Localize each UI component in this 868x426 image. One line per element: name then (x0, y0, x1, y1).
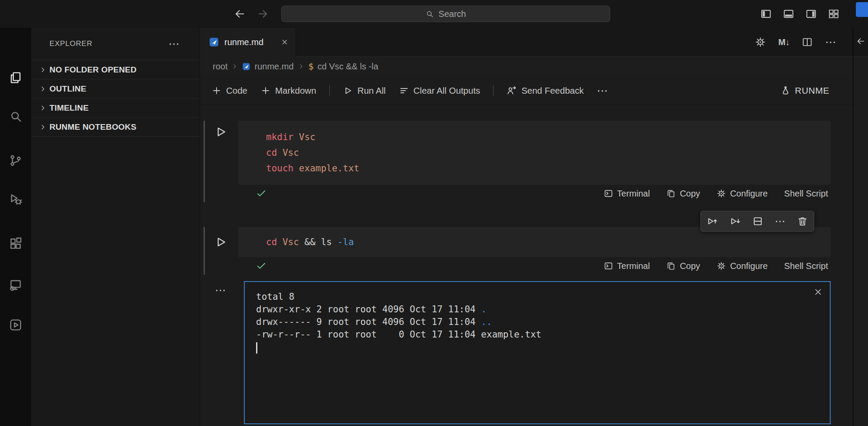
button-label: Configure (730, 189, 768, 199)
runme-brand[interactable]: RUNME (780, 85, 853, 96)
terminal-icon (604, 189, 613, 198)
breadcrumb-command[interactable]: cd Vsc && ls -la (318, 62, 378, 72)
success-check-icon (256, 260, 267, 272)
button-label: Clear All Outputs (414, 85, 480, 96)
extensions-icon[interactable] (8, 236, 23, 251)
secondary-editor-group (853, 28, 868, 426)
brand-label: RUNME (795, 85, 830, 96)
cell-1-code: mkdir Vsccd Vsctouch example.txt (266, 129, 831, 176)
runme-file-icon (209, 37, 219, 47)
run-all-button[interactable]: Run All (343, 85, 386, 96)
clear-all-outputs-button[interactable]: Clear All Outputs (399, 85, 480, 96)
nav-back-button[interactable] (233, 8, 246, 20)
language-picker[interactable]: Shell Script (784, 189, 828, 199)
runme-notebooks-icon[interactable] (8, 317, 23, 333)
toolbar-separator (329, 85, 330, 96)
cell-2-status-bar: Terminal Copy Configure Shell Script (238, 257, 831, 275)
toggle-secondary-sidebar-icon[interactable] (805, 8, 817, 20)
breadcrumb-shell-prompt: $ (309, 61, 314, 72)
gear-icon (717, 261, 726, 271)
copy-button[interactable]: Copy (666, 261, 700, 271)
configure-button[interactable]: Configure (717, 189, 768, 199)
cell-output-terminal[interactable]: total 8drwxr-xr-x 2 root root 4096 Oct 1… (244, 281, 831, 424)
run-above-icon[interactable] (707, 216, 718, 227)
plus-icon (260, 85, 271, 96)
run-below-icon[interactable] (730, 216, 741, 227)
language-label: Shell Script (784, 261, 828, 271)
section-label: NO FOLDER OPENED (49, 65, 137, 75)
copy-icon (666, 261, 676, 271)
cell-hover-toolbar: ⋯ (700, 211, 814, 232)
close-output-icon[interactable] (813, 287, 823, 298)
runme-file-icon (242, 62, 250, 71)
command-center-search[interactable]: Search (281, 6, 610, 22)
markdown-preview-icon[interactable]: M↓ (778, 37, 789, 47)
explorer-icon[interactable] (8, 70, 23, 85)
open-terminal-button[interactable]: Terminal (604, 261, 650, 271)
cell-1-editor[interactable]: mkdir Vsccd Vsctouch example.txt (238, 121, 831, 185)
button-label: Markdown (275, 85, 316, 96)
add-markdown-cell-button[interactable]: Markdown (260, 85, 316, 96)
toolbar-separator (493, 85, 493, 96)
breadcrumb-root[interactable]: root (213, 62, 227, 72)
add-code-cell-button[interactable]: Code (211, 85, 247, 96)
section-runme-notebooks[interactable]: RUNME NOTEBOOKS (31, 117, 200, 136)
window-accent-badge (856, 2, 868, 17)
editor-more-actions-icon[interactable]: ⋯ (825, 36, 836, 48)
section-label: TIMELINE (49, 103, 89, 113)
notebook-toolbar: Code Markdown Run All Clear All Outputs … (200, 76, 853, 105)
toolbar-more-actions-icon[interactable]: ⋯ (597, 85, 608, 96)
toggle-panel-icon[interactable] (783, 8, 795, 20)
arrow-right-icon (257, 8, 269, 20)
play-icon (214, 125, 227, 138)
toggle-primary-sidebar-icon[interactable] (760, 8, 772, 20)
terminal-icon (604, 261, 613, 271)
sidebar-sections: NO FOLDER OPENED OUTLINE TIMELINE RUNME … (31, 60, 200, 137)
tab-close-icon[interactable] (281, 38, 289, 46)
search-placeholder-text: Search (438, 9, 466, 19)
language-picker[interactable]: Shell Script (784, 261, 828, 271)
nav-forward-button[interactable] (257, 8, 269, 20)
button-label: Terminal (617, 189, 650, 199)
copy-button[interactable]: Copy (666, 189, 700, 199)
open-terminal-button[interactable]: Terminal (604, 189, 650, 199)
section-outline[interactable]: OUTLINE (31, 79, 200, 98)
output-more-actions-icon[interactable]: ⋯ (215, 285, 226, 296)
split-editor-icon[interactable] (802, 36, 813, 48)
run-debug-icon[interactable] (8, 191, 23, 207)
sidebar-header: EXPLORER ⋯ (31, 28, 200, 60)
go-back-icon[interactable] (856, 36, 865, 48)
configure-button[interactable]: Configure (717, 261, 768, 271)
delete-cell-icon[interactable] (797, 216, 808, 227)
sidebar-more-actions-icon[interactable]: ⋯ (168, 38, 180, 49)
activity-bar (0, 28, 31, 426)
section-timeline[interactable]: TIMELINE (31, 98, 200, 117)
code-line: drwx------ 9 root root 4096 Oct 17 11:04… (256, 316, 819, 328)
run-cell-button[interactable] (213, 124, 229, 140)
output-text: total 8drwxr-xr-x 2 root root 4096 Oct 1… (256, 291, 819, 341)
customize-layout-icon[interactable] (828, 8, 840, 20)
play-icon (343, 85, 353, 96)
cell-more-actions-icon[interactable]: ⋯ (775, 216, 785, 226)
section-no-folder-opened[interactable]: NO FOLDER OPENED (31, 60, 200, 79)
source-control-icon[interactable] (8, 153, 23, 168)
gear-icon (717, 189, 726, 198)
code-line: cd Vsc (266, 145, 831, 161)
remote-explorer-icon[interactable] (8, 277, 23, 293)
send-feedback-button[interactable]: Send Feedback (506, 85, 584, 96)
terminal-cursor (256, 342, 257, 354)
run-cell-button[interactable] (213, 234, 229, 250)
cell-focus-indicator[interactable] (204, 121, 205, 202)
cell-focus-indicator[interactable] (204, 227, 205, 275)
editor-actions: M↓ ⋯ (755, 28, 836, 56)
breadcrumb-file[interactable]: runme.md (254, 62, 293, 72)
vscode-window: Search (0, 0, 868, 426)
search-sidebar-icon[interactable] (8, 108, 23, 124)
button-label: Configure (730, 261, 768, 271)
cell-1-status-bar: Terminal Copy Configure Shell Script (238, 185, 831, 202)
split-cell-icon[interactable] (752, 216, 763, 227)
tab-runme-md[interactable]: runme.md (200, 28, 296, 56)
configure-notebook-gear-icon[interactable] (755, 36, 766, 48)
code-line: cd Vsc && ls -la (266, 234, 831, 250)
clear-all-icon (399, 85, 409, 96)
